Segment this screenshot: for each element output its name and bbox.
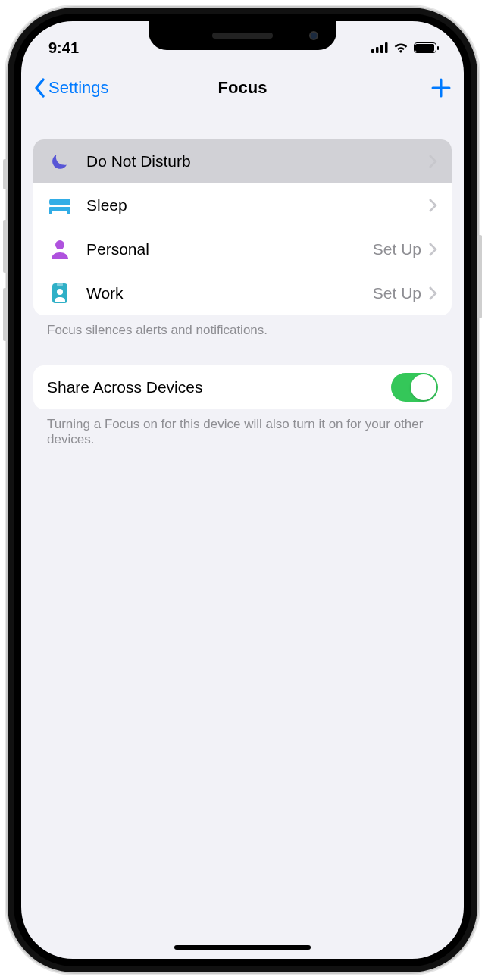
wifi-icon: [393, 42, 408, 53]
focus-row-do-not-disturb[interactable]: Do Not Disturb: [33, 139, 452, 183]
plus-icon: [430, 77, 452, 99]
power-button: [477, 235, 482, 318]
add-button[interactable]: [353, 77, 452, 99]
cellular-icon: [371, 42, 388, 53]
screen: 9:41: [21, 21, 464, 959]
back-label: Settings: [48, 78, 109, 98]
notch: [149, 21, 336, 50]
row-detail: Set Up: [373, 284, 421, 302]
bed-icon: [47, 193, 73, 218]
share-footer: Turning a Focus on for this device will …: [33, 409, 452, 447]
svg-point-10: [55, 240, 64, 249]
svg-point-13: [57, 289, 63, 295]
share-label: Share Across Devices: [47, 378, 202, 396]
person-icon: [47, 236, 73, 262]
front-camera: [309, 31, 318, 40]
svg-rect-6: [49, 199, 70, 205]
focus-row-work[interactable]: Work Set Up: [33, 271, 452, 315]
row-label: Work: [86, 284, 373, 302]
svg-rect-3: [385, 42, 388, 53]
focus-modes-group: Do Not Disturb Sleep: [33, 139, 452, 315]
battery-icon: [414, 42, 436, 53]
moon-icon: [47, 149, 73, 174]
row-label: Personal: [86, 240, 373, 258]
home-indicator[interactable]: [174, 945, 311, 950]
svg-rect-8: [49, 211, 52, 214]
svg-rect-1: [376, 47, 379, 53]
svg-rect-12: [57, 283, 63, 286]
group-footer: Focus silences alerts and notifications.: [33, 315, 452, 338]
badge-icon: [47, 280, 73, 306]
chevron-right-icon: [427, 286, 438, 301]
svg-rect-0: [371, 49, 374, 53]
focus-row-personal[interactable]: Personal Set Up: [33, 227, 452, 271]
chevron-right-icon: [427, 198, 438, 213]
device-frame: 9:41: [8, 8, 477, 972]
volume-up-button: [3, 220, 8, 273]
row-label: Sleep: [86, 196, 427, 214]
content: Do Not Disturb Sleep: [21, 112, 464, 447]
chevron-right-icon: [427, 242, 438, 257]
speaker: [212, 33, 273, 39]
share-across-devices-row: Share Across Devices: [33, 365, 452, 409]
svg-rect-2: [380, 45, 383, 53]
share-toggle[interactable]: [391, 373, 438, 402]
svg-rect-9: [67, 211, 70, 214]
chevron-left-icon: [33, 77, 47, 99]
chevron-right-icon: [427, 154, 438, 169]
status-time: 9:41: [48, 39, 124, 57]
row-label: Do Not Disturb: [86, 152, 427, 171]
back-button[interactable]: Settings: [33, 77, 132, 99]
focus-row-sleep[interactable]: Sleep: [33, 183, 452, 227]
page-title: Focus: [132, 78, 353, 98]
mute-switch: [3, 159, 8, 189]
svg-rect-7: [49, 207, 70, 211]
volume-down-button: [3, 288, 8, 341]
row-detail: Set Up: [373, 240, 421, 258]
